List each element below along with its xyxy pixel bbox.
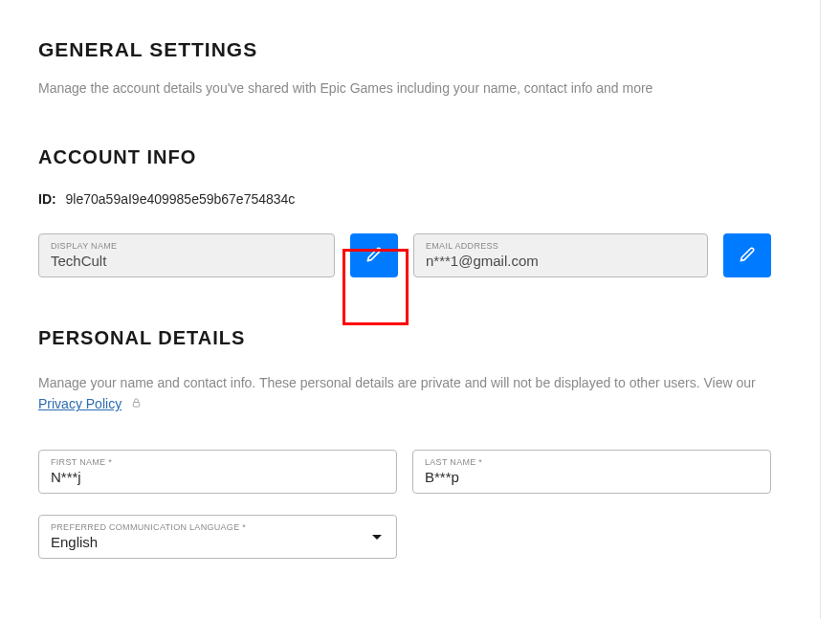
personal-desc-text: Manage your name and contact info. These… [38, 375, 756, 390]
pencil-icon [366, 247, 382, 265]
page-subtitle: Manage the account details you've shared… [38, 78, 782, 99]
svg-rect-0 [133, 403, 139, 408]
account-id-value: 9le70a59aI9e409985e59b67e754834c [66, 191, 296, 207]
display-name-field: DISPLAY NAME TechCult [38, 233, 335, 277]
edit-email-button[interactable] [723, 233, 771, 277]
lock-icon [131, 398, 142, 411]
first-name-field[interactable]: FIRST NAME * [38, 450, 397, 494]
account-id-row: ID: 9le70a59aI9e409985e59b67e754834c [38, 191, 782, 207]
first-name-input[interactable] [51, 469, 385, 485]
first-name-label: FIRST NAME * [51, 457, 385, 467]
chevron-down-icon [371, 528, 383, 545]
language-field[interactable]: PREFERRED COMMUNICATION LANGUAGE * Engli… [38, 515, 397, 559]
personal-details-description: Manage your name and contact info. These… [38, 372, 782, 415]
account-id-label: ID: [38, 191, 56, 207]
last-name-label: LAST NAME * [425, 457, 759, 467]
pencil-icon [740, 247, 755, 265]
page-title: GENERAL SETTINGS [38, 38, 782, 61]
edit-display-name-button[interactable] [350, 233, 398, 277]
last-name-input[interactable] [425, 469, 759, 485]
last-name-field[interactable]: LAST NAME * [412, 450, 771, 494]
email-address-field: EMAIL ADDRESS n***1@gmail.com [413, 233, 708, 277]
privacy-policy-link[interactable]: Privacy Policy [38, 396, 122, 411]
email-address-value: n***1@gmail.com [426, 253, 696, 269]
personal-details-heading: PERSONAL DETAILS [38, 327, 782, 349]
display-name-label: DISPLAY NAME [51, 241, 322, 251]
account-info-heading: ACCOUNT INFO [38, 146, 782, 168]
email-address-label: EMAIL ADDRESS [426, 241, 696, 251]
display-name-value: TechCult [51, 253, 322, 269]
language-value: English [51, 534, 385, 550]
language-label: PREFERRED COMMUNICATION LANGUAGE * [51, 522, 385, 532]
